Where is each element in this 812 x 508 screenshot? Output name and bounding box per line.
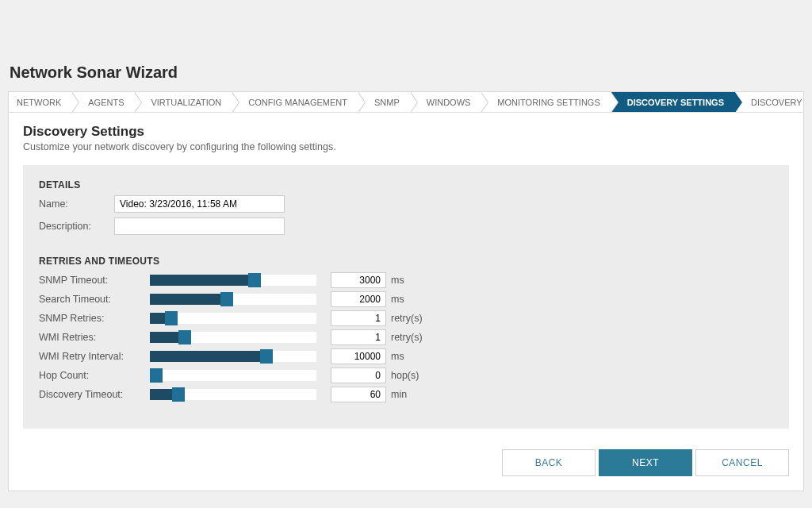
slider-fill xyxy=(150,275,255,286)
slider-value-input[interactable] xyxy=(331,387,386,402)
slider-unit: retry(s) xyxy=(391,332,423,343)
wizard-container: NETWORKAGENTSVIRTUALIZATIONCONFIG MANAGE… xyxy=(8,91,804,491)
breadcrumb-step[interactable]: VIRTUALIZATION xyxy=(135,92,232,112)
slider-thumb[interactable] xyxy=(220,292,233,306)
slider-thumb[interactable] xyxy=(178,330,191,344)
slider-thumb[interactable] xyxy=(260,349,273,364)
slider-thumb[interactable] xyxy=(150,368,163,383)
slider-unit: hop(s) xyxy=(391,370,419,381)
slider-track[interactable] xyxy=(150,389,316,400)
retries-heading: RETRIES AND TIMEOUTS xyxy=(39,256,773,267)
breadcrumb-step[interactable]: DISCOVERY SCHEDULING xyxy=(735,92,803,112)
slider-label: Search Timeout: xyxy=(39,294,150,305)
slider-track[interactable] xyxy=(150,332,316,343)
slider-row: WMI Retry Interval:ms xyxy=(39,348,773,365)
slider-row: Hop Count:hop(s) xyxy=(39,367,773,384)
page-title: Network Sonar Wizard xyxy=(10,64,804,82)
slider-fill xyxy=(150,351,266,362)
slider-label: WMI Retry Interval: xyxy=(39,351,150,362)
slider-label: Hop Count: xyxy=(39,370,150,381)
slider-row: SNMP Timeout:ms xyxy=(39,271,773,289)
name-input[interactable] xyxy=(114,195,285,213)
section-subtitle: Customize your network discovery by conf… xyxy=(23,141,789,152)
slider-unit: min xyxy=(391,389,407,400)
slider-thumb[interactable] xyxy=(248,273,261,287)
breadcrumb-step[interactable]: DISCOVERY SETTINGS xyxy=(611,92,735,112)
breadcrumb-step[interactable]: MONITORING SETTINGS xyxy=(481,92,611,112)
slider-track[interactable] xyxy=(150,351,316,362)
next-button[interactable]: NEXT xyxy=(599,449,692,476)
breadcrumb-step[interactable]: SNMP xyxy=(358,92,411,112)
slider-fill xyxy=(150,294,227,305)
breadcrumb-step[interactable]: WINDOWS xyxy=(411,92,482,112)
slider-unit: retry(s) xyxy=(391,313,423,324)
breadcrumb-step[interactable]: CONFIG MANAGEMENT xyxy=(232,92,358,112)
slider-label: Discovery Timeout: xyxy=(39,389,150,400)
slider-unit: ms xyxy=(391,275,404,286)
slider-label: WMI Retries: xyxy=(39,332,150,343)
wizard-footer: BACK NEXT CANCEL xyxy=(9,437,803,491)
slider-value-input[interactable] xyxy=(331,329,386,345)
slider-thumb[interactable] xyxy=(172,387,185,402)
slider-value-input[interactable] xyxy=(331,368,386,383)
slider-track[interactable] xyxy=(150,294,316,305)
slider-value-input[interactable] xyxy=(331,310,386,326)
description-label: Description: xyxy=(39,221,114,232)
slider-label: SNMP Timeout: xyxy=(39,275,150,286)
slider-value-input[interactable] xyxy=(331,291,386,307)
slider-thumb[interactable] xyxy=(165,311,178,325)
slider-label: SNMP Retries: xyxy=(39,313,150,324)
section-title: Discovery Settings xyxy=(23,124,789,140)
slider-track[interactable] xyxy=(150,313,316,324)
breadcrumb-step[interactable]: AGENTS xyxy=(72,92,135,112)
slider-value-input[interactable] xyxy=(331,348,386,364)
settings-panel: DETAILS Name: Description: RETRIES AND T… xyxy=(23,165,789,429)
breadcrumb: NETWORKAGENTSVIRTUALIZATIONCONFIG MANAGE… xyxy=(9,92,803,113)
slider-unit: ms xyxy=(391,294,404,305)
slider-track[interactable] xyxy=(150,370,316,381)
slider-row: Search Timeout:ms xyxy=(39,291,773,308)
slider-row: WMI Retries:retry(s) xyxy=(39,329,773,346)
slider-value-input[interactable] xyxy=(331,272,386,288)
name-label: Name: xyxy=(39,198,114,210)
breadcrumb-step[interactable]: NETWORK xyxy=(9,92,72,112)
slider-unit: ms xyxy=(391,351,404,362)
slider-track[interactable] xyxy=(150,275,316,286)
slider-row: Discovery Timeout:min xyxy=(39,386,773,403)
cancel-button[interactable]: CANCEL xyxy=(695,449,789,476)
slider-row: SNMP Retries:retry(s) xyxy=(39,310,773,327)
description-input[interactable] xyxy=(114,217,285,235)
back-button[interactable]: BACK xyxy=(502,449,596,476)
details-heading: DETAILS xyxy=(39,179,773,190)
